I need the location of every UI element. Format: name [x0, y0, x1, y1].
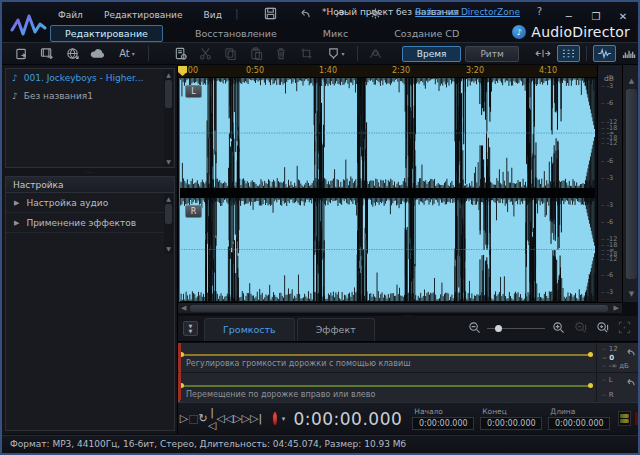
- scroll-down-icon[interactable]: ▼: [623, 290, 640, 298]
- horizontal-scrollbar[interactable]: ◀ ▶: [178, 302, 622, 313]
- music-note-icon: ♪: [12, 73, 18, 83]
- maximize-button[interactable]: ❐: [585, 11, 607, 22]
- pan-envelope-line[interactable]: [180, 385, 592, 387]
- time-mode-button[interactable]: Время: [402, 46, 462, 62]
- zoom-in-horizontal-icon[interactable]: [549, 319, 567, 336]
- scroll-thumb[interactable]: [626, 89, 637, 279]
- scale-label: 0: [602, 354, 614, 362]
- go-to-end-button[interactable]: ▷|: [250, 412, 262, 425]
- zoom-out-vertical-icon[interactable]: [571, 319, 589, 336]
- properties-icon[interactable]: [170, 45, 191, 62]
- tab-restore[interactable]: Восстановление: [181, 26, 291, 41]
- tab-mix[interactable]: Микс: [309, 26, 362, 41]
- normalize-icon[interactable]: [365, 45, 386, 62]
- rewind-button[interactable]: ◁◁: [216, 412, 233, 425]
- expand-triangle-icon[interactable]: ▶: [14, 219, 19, 227]
- record-button[interactable]: [272, 411, 278, 426]
- scale-label: 12: [602, 345, 618, 353]
- zoom-out-horizontal-icon[interactable]: [465, 319, 483, 336]
- tab-create-cd[interactable]: Создание CD: [380, 26, 473, 41]
- zoom-slider-knob[interactable]: [495, 325, 502, 332]
- tab-effect[interactable]: Эффект: [297, 318, 375, 341]
- play-button[interactable]: ▷: [180, 412, 188, 425]
- scroll-up-icon[interactable]: ▲: [623, 77, 640, 85]
- track-list-item[interactable]: ♪ Без названия1: [6, 87, 174, 105]
- text-to-speech-icon[interactable]: At▾: [113, 45, 142, 62]
- collapse-panel-button[interactable]: ▼▼: [183, 321, 198, 336]
- directorzone-signin-link[interactable]: Войти на DirectorZone: [415, 7, 520, 17]
- envelope-keyframe[interactable]: [588, 352, 593, 357]
- stop-button[interactable]: □: [188, 412, 198, 425]
- waveform-view-icon[interactable]: [593, 45, 616, 62]
- record-level-button[interactable]: [634, 411, 639, 426]
- fit-view-icon[interactable]: [615, 319, 633, 336]
- scroll-down-icon[interactable]: ▼: [164, 157, 173, 166]
- zoom-in-vertical-icon[interactable]: [593, 319, 611, 336]
- reset-envelope-icon[interactable]: [625, 348, 636, 358]
- length-time-field[interactable]: 0:00:00.000: [548, 417, 610, 430]
- volume-envelope-row[interactable]: Регулировка громкости дорожки с помощью …: [178, 343, 639, 373]
- go-to-start-button[interactable]: |◁: [208, 406, 216, 432]
- cloud-icon[interactable]: [87, 45, 108, 62]
- download-directorzone-icon[interactable]: [62, 45, 83, 62]
- extract-audio-icon[interactable]: [37, 45, 58, 62]
- settings-item-audio[interactable]: ▶ Настройка аудио: [6, 193, 174, 213]
- menu-bar: Файл Редактирование Вид |: [50, 3, 239, 24]
- delete-icon[interactable]: [271, 45, 292, 62]
- menu-edit[interactable]: Редактирование: [96, 6, 191, 24]
- beat-grid-icon[interactable]: [557, 45, 580, 62]
- scroll-up-icon[interactable]: ▲: [164, 194, 173, 203]
- marker-icon[interactable]: ▾: [321, 45, 350, 62]
- copy-icon[interactable]: [220, 45, 241, 62]
- close-button[interactable]: ✕: [612, 11, 634, 22]
- spectral-view-icon[interactable]: [618, 45, 640, 62]
- right-channel-badge[interactable]: R: [185, 205, 202, 218]
- waveform-right-channel[interactable]: R: [179, 198, 595, 301]
- expand-triangle-icon[interactable]: ▶: [14, 199, 19, 207]
- fast-forward-button[interactable]: ▷▷: [233, 412, 250, 425]
- scroll-up-icon[interactable]: ▲: [164, 70, 173, 79]
- stretch-markers-icon[interactable]: [531, 45, 554, 62]
- record-dropdown-icon[interactable]: ▾: [282, 415, 286, 423]
- cut-icon[interactable]: [195, 45, 216, 62]
- status-bar: Формат: MP3, 44100Гц, 16-бит, Стерео, Дл…: [2, 435, 640, 453]
- save-icon[interactable]: [259, 5, 281, 22]
- tab-edit[interactable]: Редактирование: [50, 25, 163, 42]
- help-button[interactable]: ?: [537, 6, 542, 17]
- start-time-field[interactable]: 0:00:00.000: [412, 417, 474, 430]
- menu-file[interactable]: Файл: [50, 6, 91, 24]
- left-channel-badge[interactable]: L: [185, 85, 202, 98]
- trim-icon[interactable]: [296, 45, 317, 62]
- undo-icon[interactable]: [294, 5, 316, 22]
- track-list-item[interactable]: ♪ 001. Jockeyboys - Higher...: [6, 69, 174, 87]
- zoom-slider[interactable]: [487, 323, 545, 333]
- scroll-down-icon[interactable]: ▼: [164, 244, 173, 253]
- minimize-button[interactable]: ─: [558, 11, 580, 22]
- track-list: ♪ 001. Jockeyboys - Higher... ♪ Без назв…: [5, 68, 175, 168]
- length-label: Длина: [550, 407, 610, 416]
- volume-envelope-line[interactable]: [180, 354, 592, 356]
- transport-bar: ▷ □ ↻ |◁ ◁◁ ▷▷ ▷| ▾ 0:00:00.000 Начало 0…: [178, 402, 639, 434]
- reset-envelope-icon[interactable]: [625, 378, 636, 388]
- end-time-field[interactable]: 0:00:00.000: [480, 417, 542, 430]
- channel-separator: [179, 188, 595, 198]
- timeline-ruler[interactable]: 0:000:501:402:303:204:10: [178, 65, 597, 78]
- paste-icon[interactable]: [246, 45, 267, 62]
- menu-view[interactable]: Вид: [196, 6, 230, 24]
- settings-item-effects[interactable]: ▶ Применение эффектов: [6, 213, 174, 233]
- waveform-left-channel[interactable]: L: [179, 78, 595, 188]
- playhead-marker[interactable]: [178, 66, 187, 76]
- window-controls: ─ ❐ ✕: [558, 5, 634, 24]
- scroll-thumb[interactable]: [190, 305, 608, 312]
- scroll-thumb[interactable]: [165, 204, 172, 224]
- tab-volume[interactable]: Громкость: [204, 318, 295, 341]
- rhythm-mode-button[interactable]: Ритм: [465, 46, 518, 62]
- settings-scrollbar[interactable]: ▲ ▼: [164, 194, 173, 254]
- scroll-thumb[interactable]: [165, 80, 172, 108]
- vertical-scrollbar[interactable]: ▲ ▼: [622, 65, 639, 302]
- loop-button[interactable]: ↻: [199, 412, 208, 425]
- tracklist-scrollbar[interactable]: ▲ ▼: [164, 70, 173, 166]
- pan-envelope-row[interactable]: Перемещение по дорожке вправо или влево …: [178, 373, 639, 402]
- envelope-keyframe[interactable]: [588, 383, 593, 388]
- import-media-icon[interactable]: [12, 45, 33, 62]
